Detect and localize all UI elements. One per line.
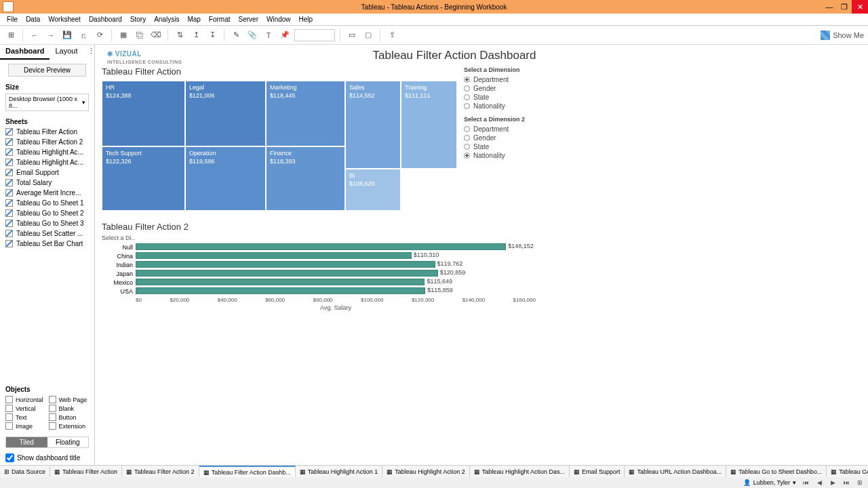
tab-dashboard[interactable]: Dashboard bbox=[0, 45, 50, 60]
object-item[interactable]: Button bbox=[49, 413, 90, 421]
sheet-tab[interactable]: ⊞Data Source bbox=[0, 466, 50, 477]
menu-story[interactable]: Story bbox=[126, 16, 150, 23]
object-item[interactable]: Extension bbox=[49, 422, 90, 430]
minimize-button[interactable]: — bbox=[822, 0, 837, 14]
treemap-cell[interactable]: Marketing$118,445 bbox=[266, 81, 345, 146]
radio-option[interactable]: Nationality bbox=[464, 102, 566, 110]
highlight-button[interactable]: ✎ bbox=[229, 28, 243, 42]
show-title-checkbox[interactable] bbox=[5, 453, 14, 462]
radio-option[interactable]: State bbox=[464, 142, 566, 151]
treemap-cell[interactable]: Sales$114,552 bbox=[345, 81, 401, 169]
object-item[interactable]: Text bbox=[5, 413, 46, 421]
sheet-tab[interactable]: ▦Email Support bbox=[570, 466, 625, 477]
sort-desc-button[interactable]: ↧ bbox=[205, 28, 219, 42]
sheet-tab[interactable]: ▦Tableau Filter Action Dashb... bbox=[199, 466, 296, 477]
clear-button[interactable]: ⌫ bbox=[149, 28, 163, 42]
sheet-item[interactable]: Tableau Filter Action 2 bbox=[0, 137, 94, 147]
sheet-item[interactable]: Tableau Go to Sheet 2 bbox=[0, 208, 94, 218]
sheet-tab[interactable]: ▦Tableau Go to Sheet Dashbo... bbox=[726, 466, 827, 477]
object-item[interactable]: Web Page bbox=[49, 396, 90, 403]
swap-button[interactable]: ⇅ bbox=[173, 28, 186, 42]
object-item[interactable]: Image bbox=[5, 422, 46, 430]
share-button[interactable]: ⇪ bbox=[385, 28, 399, 42]
bar-row[interactable]: USA$115,859 bbox=[102, 287, 542, 296]
forward-button[interactable]: → bbox=[44, 28, 58, 42]
new-datasource-button[interactable]: ⎌ bbox=[77, 28, 90, 42]
group-button[interactable]: 📎 bbox=[245, 28, 259, 42]
presentation-button[interactable]: ▢ bbox=[361, 28, 375, 42]
treemap-cell[interactable]: Operation$119,586 bbox=[185, 146, 266, 211]
treemap-cell[interactable]: Training$111,111 bbox=[401, 81, 457, 169]
treemap-cell[interactable]: BI$108,620 bbox=[345, 169, 401, 211]
sheet-item[interactable]: Tableau Go to Sheet 1 bbox=[0, 198, 94, 208]
tableau-icon[interactable]: ⊞ bbox=[4, 28, 18, 42]
sheet-item[interactable]: Average Merit Incre... bbox=[0, 188, 94, 198]
nav-last-button[interactable]: ⏭ bbox=[842, 479, 850, 487]
bar-row[interactable]: Japan$120,859 bbox=[102, 269, 542, 278]
close-button[interactable]: ✕ bbox=[852, 0, 868, 14]
sheet-tab[interactable]: ▦Tableau URL Action Dashboa... bbox=[625, 466, 726, 477]
fit-button[interactable]: ▭ bbox=[345, 28, 359, 42]
nav-first-button[interactable]: ⏮ bbox=[802, 479, 810, 487]
sheet-item[interactable]: Email Support bbox=[0, 167, 94, 178]
radio-option[interactable]: Gender bbox=[464, 134, 566, 142]
new-worksheet-button[interactable]: ▦ bbox=[117, 28, 130, 42]
sheet-item[interactable]: Tableau Filter Action bbox=[0, 127, 94, 137]
treemap-cell[interactable]: Legal$121,006 bbox=[185, 81, 266, 146]
sheet-tab[interactable]: ▦Tableau Go to Sheet Salary D... bbox=[827, 466, 868, 477]
treemap-cell[interactable]: Finance$118,393 bbox=[266, 146, 345, 211]
menu-server[interactable]: Server bbox=[235, 16, 262, 23]
tab-layout[interactable]: Layout bbox=[50, 45, 83, 60]
sheet-tab[interactable]: ▦Tableau Filter Action 2 bbox=[122, 466, 199, 477]
sheet-item[interactable]: Total Salary bbox=[0, 178, 94, 188]
object-item[interactable]: Horizontal bbox=[5, 396, 46, 403]
treemap-cell[interactable]: HR$124,388 bbox=[102, 81, 185, 146]
sheet-tab[interactable]: ▦Tableau Highlight Action 1 bbox=[296, 466, 383, 477]
pause-updates-button[interactable]: ⟳ bbox=[93, 28, 106, 42]
treemap-cell[interactable]: Tech Support$122,326 bbox=[102, 146, 185, 211]
sheet-item[interactable]: Tableau Highlight Ac... bbox=[0, 147, 94, 157]
bar-row[interactable]: Mexico$115,649 bbox=[102, 278, 542, 287]
radio-option[interactable]: Gender bbox=[464, 84, 566, 93]
sheet-tab[interactable]: ▦Tableau Filter Action bbox=[50, 466, 122, 477]
object-item[interactable]: Blank bbox=[49, 405, 90, 412]
tiled-button[interactable]: Tiled bbox=[6, 437, 47, 447]
sheet-item[interactable]: Tableau Highlight Ac... bbox=[0, 157, 94, 167]
menu-help[interactable]: Help bbox=[295, 16, 317, 23]
radio-option[interactable]: Department bbox=[464, 75, 566, 84]
sheet-item[interactable]: Tableau Go to Sheet 3 bbox=[0, 218, 94, 228]
device-preview-button[interactable]: Device Preview bbox=[8, 64, 86, 77]
status-user[interactable]: 👤 Lubben, Tyler ▾ bbox=[743, 479, 796, 486]
radio-option[interactable]: Department bbox=[464, 125, 566, 134]
radio-option[interactable]: State bbox=[464, 93, 566, 102]
find-input[interactable] bbox=[294, 29, 335, 41]
menu-analysis[interactable]: Analysis bbox=[150, 16, 183, 23]
pin-button[interactable]: 📌 bbox=[278, 28, 292, 42]
sort-asc-button[interactable]: ↥ bbox=[189, 28, 203, 42]
sheet-item[interactable]: Tableau Set Bar Chart bbox=[0, 239, 94, 249]
label-button[interactable]: T bbox=[262, 28, 275, 42]
floating-button[interactable]: Floating bbox=[47, 437, 89, 447]
bar-row[interactable]: Null$148,152 bbox=[102, 243, 542, 251]
maximize-button[interactable]: ❐ bbox=[837, 0, 852, 14]
bar-row[interactable]: Indian$119,762 bbox=[102, 260, 542, 269]
view-toggle-button[interactable]: ⊞ bbox=[856, 479, 864, 487]
bar-row[interactable]: China$110,310 bbox=[102, 251, 542, 260]
sheet-tab[interactable]: ▦Tableau Highlight Action Das... bbox=[470, 466, 570, 477]
menu-format[interactable]: Format bbox=[205, 16, 235, 23]
radio-option[interactable]: Nationality bbox=[464, 151, 566, 160]
sheet-tab[interactable]: ▦Tableau Highlight Action 2 bbox=[382, 466, 470, 477]
menu-window[interactable]: Window bbox=[262, 16, 295, 23]
size-select[interactable]: Desktop Browser (1000 x 8... ▾ bbox=[5, 94, 89, 111]
back-button[interactable]: ← bbox=[28, 28, 41, 42]
menu-file[interactable]: File bbox=[3, 16, 22, 23]
nav-next-button[interactable]: ▶ bbox=[829, 479, 837, 487]
barchart[interactable]: Null$148,152China$110,310Indian$119,762J… bbox=[102, 243, 542, 296]
nav-prev-button[interactable]: ◀ bbox=[815, 479, 823, 487]
object-item[interactable]: Vertical bbox=[5, 405, 46, 412]
menu-worksheet[interactable]: Worksheet bbox=[44, 16, 85, 23]
show-me-button[interactable]: Show Me bbox=[821, 30, 864, 40]
menu-dashboard[interactable]: Dashboard bbox=[85, 16, 126, 23]
duplicate-button[interactable]: ⿻ bbox=[133, 28, 146, 42]
sheet-item[interactable]: Tableau Set Scatter ... bbox=[0, 228, 94, 239]
